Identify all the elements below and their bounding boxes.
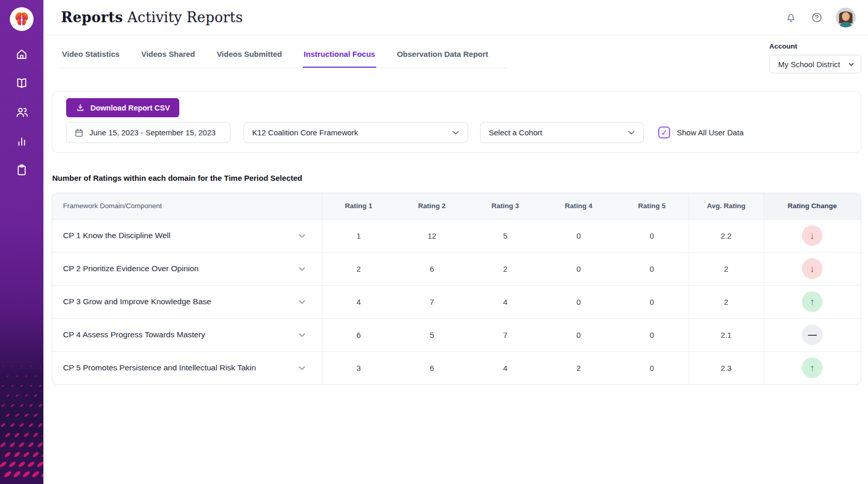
download-button-label: Download Report CSV bbox=[90, 104, 170, 112]
column-header-rating-change: Rating Change bbox=[764, 193, 861, 219]
chevron-down-icon bbox=[627, 128, 636, 137]
rating-value: 0 bbox=[615, 219, 689, 252]
rating-value: 0 bbox=[615, 252, 689, 285]
rating-value: 6 bbox=[322, 318, 395, 351]
help-icon bbox=[811, 11, 823, 24]
sidebar-item-clipboard[interactable] bbox=[11, 163, 32, 177]
rating-change-indicator: ↓ bbox=[802, 258, 823, 279]
sidebar-dots bbox=[0, 360, 43, 484]
table-row[interactable]: CP 1 Know the Discipline Well 1 12 5 0 0… bbox=[52, 219, 861, 252]
rating-value: 6 bbox=[395, 351, 469, 384]
filter-row: June 15, 2023 - September 15, 2023 K12 C… bbox=[66, 122, 848, 143]
avg-rating-value: 2.1 bbox=[689, 318, 764, 351]
account-select[interactable]: My School District bbox=[769, 55, 861, 73]
tab-videos-submitted[interactable]: Videos Submitted bbox=[215, 44, 283, 68]
expand-row-chevron-icon[interactable] bbox=[298, 264, 306, 273]
account-label: Account bbox=[769, 42, 861, 50]
tab-instructional-focus[interactable]: Instructional Focus bbox=[303, 44, 376, 68]
column-header-rating-4: Rating 4 bbox=[542, 193, 615, 219]
sidebar-item-home[interactable] bbox=[11, 48, 32, 61]
expand-row-chevron-icon[interactable] bbox=[298, 298, 306, 306]
download-report-csv-button[interactable]: Download Report CSV bbox=[66, 98, 179, 117]
domain-name: CP 4 Assess Progress Towards Mastery bbox=[63, 330, 205, 339]
rating-change-indicator: ↓ bbox=[802, 225, 823, 246]
date-range-field[interactable]: June 15, 2023 - September 15, 2023 bbox=[66, 122, 230, 143]
tab-videos-shared[interactable]: Videos Shared bbox=[140, 44, 196, 68]
domain-name: CP 1 Know the Discipline Well bbox=[63, 231, 171, 240]
rating-value: 3 bbox=[322, 351, 395, 384]
rating-value: 0 bbox=[542, 219, 615, 252]
rating-value: 6 bbox=[395, 252, 469, 285]
expand-row-chevron-icon[interactable] bbox=[298, 231, 306, 240]
rating-change-indicator: — bbox=[802, 324, 823, 345]
column-header-framework: Framework Domain/Component bbox=[52, 193, 322, 219]
table-row[interactable]: CP 4 Assess Progress Towards Mastery 6 5… bbox=[52, 318, 861, 351]
help-button[interactable] bbox=[810, 11, 824, 24]
sidebar-nav bbox=[11, 48, 32, 177]
rating-value: 2 bbox=[469, 252, 542, 285]
notifications-button[interactable] bbox=[784, 11, 798, 24]
bar-chart-icon bbox=[15, 134, 28, 148]
calendar-icon bbox=[74, 128, 84, 138]
sidebar-item-people[interactable] bbox=[11, 105, 32, 119]
app-logo[interactable] bbox=[10, 7, 34, 31]
check-icon: ✓ bbox=[661, 129, 668, 136]
sidebar-item-reports[interactable] bbox=[11, 134, 32, 148]
rating-value: 2 bbox=[322, 252, 395, 285]
book-icon bbox=[15, 76, 28, 90]
rating-value: 0 bbox=[615, 318, 689, 351]
clipboard-icon bbox=[15, 163, 28, 177]
domain-name: CP 2 Prioritize Evidence Over Opinion bbox=[63, 264, 198, 273]
expand-row-chevron-icon[interactable] bbox=[298, 364, 306, 372]
column-header-rating-2: Rating 2 bbox=[395, 193, 469, 219]
rating-value: 0 bbox=[542, 285, 615, 318]
domain-name: CP 3 Grow and Improve Knowledge Base bbox=[63, 297, 211, 306]
show-all-checkbox[interactable]: ✓ bbox=[658, 127, 670, 138]
users-icon bbox=[15, 105, 29, 119]
rating-change-indicator: ↑ bbox=[802, 291, 823, 312]
rating-value: 1 bbox=[322, 219, 395, 252]
rating-value: 5 bbox=[395, 318, 469, 351]
chevron-down-icon bbox=[451, 128, 460, 137]
page-title-rest: Activity Reports bbox=[128, 9, 243, 25]
rating-value: 4 bbox=[469, 351, 542, 384]
butterfly-logo-icon bbox=[13, 10, 30, 28]
rating-value: 0 bbox=[615, 285, 689, 318]
page-title-bold: Reports bbox=[61, 9, 123, 25]
table-row[interactable]: CP 3 Grow and Improve Knowledge Base 4 7… bbox=[52, 285, 861, 318]
download-icon bbox=[75, 103, 85, 113]
show-all-user-data: ✓ Show All User Data bbox=[658, 127, 743, 138]
column-header-avg-rating: Avg. Rating bbox=[689, 193, 764, 219]
sidebar-item-library[interactable] bbox=[11, 76, 32, 90]
filter-panel: Download Report CSV June 15, 2023 - Sept… bbox=[52, 91, 861, 153]
rating-value: 0 bbox=[615, 351, 689, 384]
framework-select[interactable]: K12 Coalition Core Framework bbox=[243, 122, 468, 143]
home-icon bbox=[15, 48, 28, 61]
ratings-table: Framework Domain/Component Rating 1 Rati… bbox=[52, 193, 861, 385]
expand-row-chevron-icon[interactable] bbox=[298, 331, 306, 339]
rating-change-indicator: ↑ bbox=[802, 357, 823, 378]
rating-value: 4 bbox=[322, 285, 395, 318]
show-all-label: Show All User Data bbox=[677, 128, 743, 137]
avatar[interactable] bbox=[836, 8, 856, 27]
tabs-row: Video Statistics Videos Shared Videos Su… bbox=[52, 44, 861, 68]
page-body: Video Statistics Videos Shared Videos Su… bbox=[43, 35, 868, 385]
cohort-select[interactable]: Select a Cohort bbox=[480, 122, 644, 143]
chevron-down-icon bbox=[848, 61, 855, 68]
domain-name: CP 5 Promotes Persistence and Intellectu… bbox=[63, 363, 256, 372]
table-row[interactable]: CP 5 Promotes Persistence and Intellectu… bbox=[52, 351, 861, 384]
tab-video-statistics[interactable]: Video Statistics bbox=[61, 44, 120, 68]
framework-selected-value: K12 Coalition Core Framework bbox=[252, 128, 358, 137]
avatar-photo bbox=[836, 8, 856, 27]
date-range-value: June 15, 2023 - September 15, 2023 bbox=[89, 128, 215, 137]
avg-rating-value: 2.3 bbox=[689, 351, 764, 384]
tab-bar: Video Statistics Videos Shared Videos Su… bbox=[61, 44, 507, 68]
rating-value: 0 bbox=[542, 252, 615, 285]
avg-rating-value: 2.2 bbox=[689, 219, 764, 252]
table-row[interactable]: CP 2 Prioritize Evidence Over Opinion 2 … bbox=[52, 252, 861, 285]
account-selected-value: My School District bbox=[778, 60, 840, 69]
rating-value: 4 bbox=[469, 285, 542, 318]
tab-observation-data-report[interactable]: Observation Data Report bbox=[396, 44, 489, 68]
rating-value: 0 bbox=[542, 318, 615, 351]
app-window: Reports Activity Reports bbox=[0, 0, 868, 484]
